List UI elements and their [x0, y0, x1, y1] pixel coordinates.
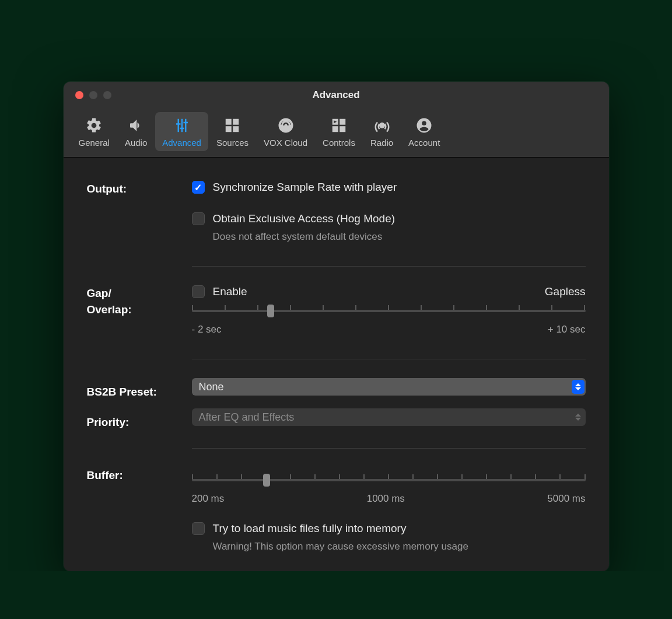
divider — [192, 448, 586, 449]
gap-slider-thumb[interactable] — [267, 305, 274, 317]
gap-enable-checkbox[interactable] — [192, 285, 205, 298]
puzzle-icon — [222, 116, 242, 135]
tab-label: Advanced — [162, 138, 201, 148]
divider — [192, 266, 586, 267]
buffer-hi-label: 5000 ms — [547, 493, 585, 505]
speaker-icon — [126, 116, 146, 135]
priority-value: After EQ and Effects — [199, 411, 295, 424]
buffer-section: Buffer: 200 ms 1000 ms 5000 ms — [87, 467, 586, 559]
tab-controls[interactable]: Controls — [316, 112, 362, 151]
zoom-button[interactable] — [103, 91, 111, 99]
buffer-slider-thumb[interactable] — [263, 474, 270, 487]
gap-enable-label: Enable — [213, 285, 247, 298]
gap-max-label: + 10 sec — [548, 324, 586, 335]
buffer-slider[interactable] — [192, 473, 586, 487]
account-icon — [414, 116, 434, 135]
bs2b-value: None — [199, 381, 224, 393]
controls-icon — [329, 116, 349, 135]
priority-label: Priority: — [87, 416, 192, 429]
tab-label: VOX Cloud — [264, 138, 307, 148]
gap-min-label: - 2 sec — [192, 324, 222, 335]
sync-sample-rate-checkbox[interactable] — [192, 181, 205, 194]
hog-mode-checkbox[interactable] — [192, 212, 205, 225]
sync-sample-rate-label: Synchronize Sample Rate with player — [213, 181, 397, 194]
load-into-memory-label: Try to load music files fully into memor… — [213, 522, 407, 535]
load-into-memory-checkbox[interactable] — [192, 522, 205, 535]
minimize-button[interactable] — [89, 91, 97, 99]
gapless-label: Gapless — [545, 285, 586, 298]
bs2b-label: BS2B Preset: — [87, 386, 192, 398]
tab-advanced[interactable]: Advanced — [155, 112, 208, 151]
gap-slider[interactable] — [192, 304, 586, 318]
chevron-updown-icon — [572, 410, 584, 424]
bs2b-select[interactable]: None — [192, 378, 586, 396]
gap-overlap-label: Gap/ Overlap: — [87, 285, 192, 318]
hog-mode-help: Does not affect system default devices — [213, 231, 586, 243]
load-into-memory-help: Warning! This option may cause excessive… — [213, 541, 586, 552]
buffer-mid-label: 1000 ms — [367, 493, 405, 505]
tab-audio[interactable]: Audio — [118, 112, 154, 151]
gear-icon — [84, 116, 104, 135]
window-title: Advanced — [312, 89, 359, 101]
tab-label: Radio — [370, 138, 393, 148]
tab-label: Audio — [125, 138, 147, 148]
tab-label: General — [79, 138, 110, 148]
cloud-icon — [276, 116, 296, 135]
output-section: Output: Synchronize Sample Rate with pla… — [87, 181, 586, 259]
tab-label: Controls — [323, 138, 355, 148]
preferences-window: Advanced General Audio Advanced Sources — [64, 82, 609, 571]
buffer-lo-label: 200 ms — [192, 493, 225, 505]
content: Output: Synchronize Sample Rate with pla… — [64, 158, 609, 571]
traffic-lights — [64, 91, 111, 99]
priority-row: Priority: After EQ and Effects — [87, 408, 586, 436]
priority-select: After EQ and Effects — [192, 408, 586, 426]
bs2b-row: BS2B Preset: None — [87, 378, 586, 406]
tab-label: Account — [408, 138, 440, 148]
tab-sources[interactable]: Sources — [209, 112, 256, 151]
tab-general[interactable]: General — [72, 112, 117, 151]
radio-icon — [372, 116, 392, 135]
tab-account[interactable]: Account — [401, 112, 447, 151]
chevron-updown-icon — [572, 380, 584, 394]
titlebar: Advanced — [64, 82, 609, 109]
output-label: Output: — [87, 181, 192, 197]
tab-radio[interactable]: Radio — [363, 112, 400, 151]
tab-vox-cloud[interactable]: VOX Cloud — [257, 112, 314, 151]
gap-overlap-section: Gap/ Overlap: Enable Gapless — [87, 285, 586, 352]
hog-mode-label: Obtain Exclusive Access (Hog Mode) — [213, 212, 396, 225]
divider — [192, 359, 586, 359]
tab-label: Sources — [216, 138, 249, 148]
close-button[interactable] — [75, 91, 83, 99]
toolbar: General Audio Advanced Sources VOX Cloud — [64, 109, 609, 158]
buffer-label: Buffer: — [87, 467, 192, 484]
sliders-icon — [172, 116, 192, 135]
